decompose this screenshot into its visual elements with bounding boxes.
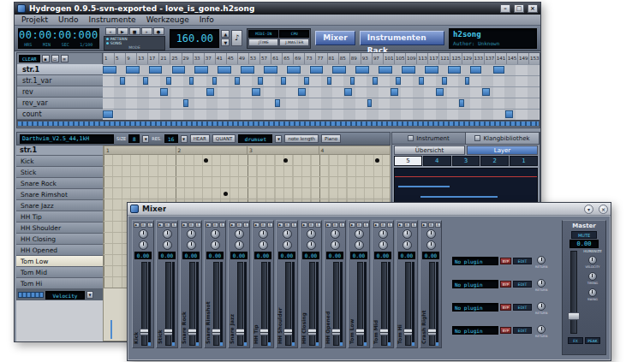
pattern-row[interactable]: str.1_var [17, 75, 103, 86]
strip-play-button[interactable]: ▶ [421, 223, 427, 228]
strip-mute-button[interactable]: M [260, 223, 266, 228]
strip-mute-button[interactable]: M [356, 223, 362, 228]
instrument-subtab[interactable]: Übersicht [394, 145, 465, 155]
fx-edit-button[interactable]: EDIT [513, 258, 532, 264]
strip-solo-button[interactable]: S [219, 223, 225, 228]
song-pattern-cell[interactable] [275, 99, 280, 107]
instrument-row[interactable]: Snare Rimshot [16, 189, 103, 200]
menu-item[interactable]: Projekt [21, 15, 48, 24]
song-pattern-cell[interactable] [442, 77, 447, 85]
pan-knob[interactable] [402, 229, 412, 239]
pan-knob[interactable] [331, 229, 340, 239]
strip-play-button[interactable]: ▶ [349, 223, 355, 228]
fx-bypass-button[interactable]: BYP [500, 281, 511, 288]
strip-solo-button[interactable]: S [291, 223, 297, 228]
song-pattern-cell[interactable] [465, 77, 470, 85]
pattern-row[interactable]: rev_var [17, 98, 103, 109]
strip-mute-button[interactable]: M [236, 223, 242, 228]
strip-mute-button[interactable]: M [380, 223, 386, 228]
piano-view-button[interactable]: Piano [321, 134, 341, 143]
strip-mute-button[interactable]: M [404, 223, 410, 228]
jack-time-button[interactable]: JTIME [248, 39, 278, 46]
strip-play-button[interactable]: ▶ [301, 223, 307, 228]
pattern-row[interactable]: count [17, 109, 103, 120]
song-pattern-cell[interactable] [172, 66, 186, 74]
fx-send-knob[interactable] [307, 240, 316, 250]
song-pattern-cell[interactable] [448, 66, 462, 74]
layer-button[interactable]: 3 [452, 156, 480, 166]
song-pattern-cell[interactable] [189, 77, 194, 85]
pan-knob[interactable] [259, 229, 268, 239]
strip-solo-button[interactable]: S [339, 223, 345, 228]
size-dropdown-icon[interactable]: ▼ [142, 135, 149, 143]
song-pattern-cell[interactable] [304, 77, 309, 85]
strip-play-button[interactable]: ▶ [134, 223, 140, 228]
res-dropdown-icon[interactable]: ▼ [181, 135, 188, 143]
song-pattern-cell[interactable] [103, 110, 113, 118]
strip-solo-button[interactable]: S [147, 223, 153, 228]
song-pattern-cell[interactable] [126, 66, 140, 74]
song-pattern-cell[interactable] [436, 88, 444, 96]
pan-knob[interactable] [307, 229, 316, 239]
rack-tab[interactable]: Instrument [392, 133, 466, 145]
velocity-bar[interactable] [110, 320, 112, 339]
jack-master-button[interactable]: J.MASTER [279, 39, 309, 46]
strip-mute-button[interactable]: M [308, 223, 314, 228]
song-pattern-cell[interactable] [160, 88, 168, 96]
instrument-subtab[interactable]: Layer [467, 145, 538, 155]
instrument-row[interactable]: Kick [16, 156, 103, 167]
song-pattern-cell[interactable] [355, 66, 369, 74]
song-pattern-cell[interactable] [120, 77, 125, 85]
song-pattern-cell[interactable] [402, 66, 415, 74]
song-pattern-cell[interactable] [470, 66, 480, 74]
strip-play-button[interactable]: ▶ [373, 223, 379, 228]
fx-bypass-button[interactable]: BYP [500, 304, 511, 311]
strip-mute-button[interactable]: M [428, 223, 434, 228]
song-hscrollbar-thumb[interactable] [18, 122, 539, 126]
close-button[interactable]: × [528, 4, 538, 13]
strip-solo-button[interactable]: S [315, 223, 321, 228]
strip-play-button[interactable]: ▶ [158, 223, 164, 228]
instrument-row[interactable]: Tom Hi [16, 278, 103, 289]
fx-send-knob[interactable] [139, 240, 148, 250]
bpm-up-button[interactable]: ▲ [221, 30, 230, 38]
pattern-row[interactable]: str.1 [17, 64, 103, 75]
song-pattern-cell[interactable] [298, 88, 306, 96]
fx-send-knob[interactable] [379, 240, 388, 250]
strip-play-button[interactable]: ▶ [397, 223, 403, 228]
clear-sequence-button[interactable]: CLEAR [19, 55, 40, 62]
mixer-close-button[interactable]: × [599, 205, 608, 214]
pan-knob[interactable] [379, 229, 388, 239]
note-property-dropdown-icon[interactable]: ▼ [86, 291, 93, 299]
strip-solo-button[interactable]: S [171, 223, 177, 228]
fx-send-knob[interactable] [355, 240, 364, 250]
song-pattern-cell[interactable] [332, 66, 346, 74]
song-pattern-cell[interactable] [241, 66, 254, 74]
song-pattern-cell[interactable] [287, 66, 301, 74]
pan-knob[interactable] [235, 229, 244, 239]
song-timeline-ruler[interactable]: 1591317212529333741454953576165697377818… [103, 53, 540, 64]
strip-play-button[interactable]: ▶ [182, 223, 188, 228]
fx-send-knob[interactable] [283, 240, 292, 250]
pan-knob[interactable] [163, 229, 172, 239]
menu-item[interactable]: Info [200, 15, 214, 24]
song-pattern-cell[interactable] [373, 77, 378, 85]
fx-edit-button[interactable]: EDIT [513, 304, 532, 311]
strip-play-button[interactable]: ▶ [277, 223, 283, 228]
master-knob[interactable] [588, 288, 597, 297]
pattern-row[interactable]: rev [17, 86, 103, 98]
forward-button[interactable]: » [141, 27, 152, 35]
instrument-row[interactable]: HH Opened [16, 245, 103, 256]
pan-knob[interactable] [426, 229, 436, 239]
fx-bypass-button[interactable]: BYP [500, 327, 511, 334]
master-fader-track[interactable] [570, 251, 577, 334]
strip-play-button[interactable]: ▶ [325, 223, 331, 228]
strip-play-button[interactable]: ▶ [253, 223, 259, 228]
instrument-row[interactable]: HH Tip [16, 211, 103, 223]
song-pattern-cell[interactable] [344, 88, 352, 96]
rewind-button[interactable]: « [105, 27, 116, 35]
song-pattern-cell[interactable] [206, 88, 214, 96]
strip-solo-button[interactable]: S [387, 223, 393, 228]
song-pattern-cell[interactable] [396, 77, 401, 85]
pan-knob[interactable] [187, 229, 196, 239]
